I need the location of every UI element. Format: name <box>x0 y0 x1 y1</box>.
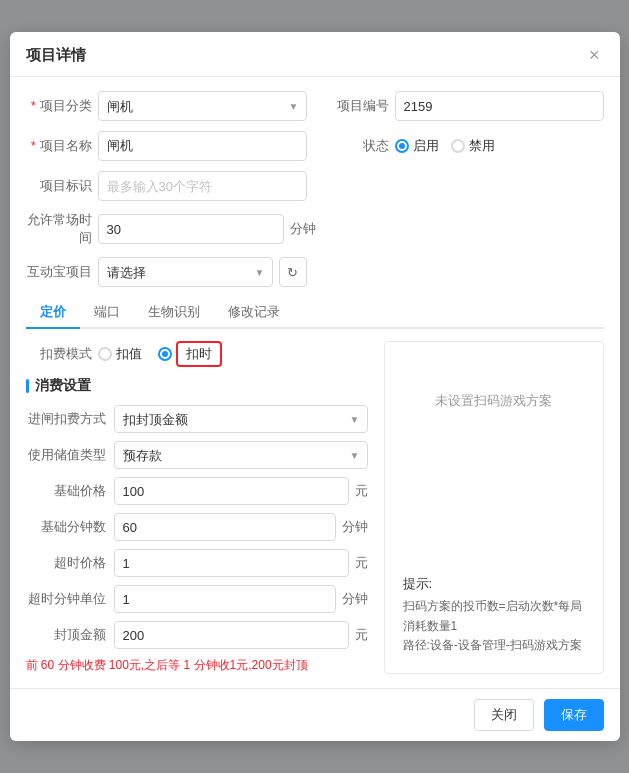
section-bar <box>26 379 29 393</box>
category-group: 项目分类 闸机 ▼ <box>26 91 307 121</box>
modal: 项目详情 × 项目分类 闸机 ▼ 项目编号 <box>10 32 620 741</box>
project-name-group: 项目名称 <box>26 131 307 161</box>
interact-label: 互动宝项目 <box>26 263 98 281</box>
field-label-3: 基础分钟数 <box>26 518 114 536</box>
summary-text: 前 60 分钟收费 100元,之后等 1 分钟收1元,200元封顶 <box>26 657 368 674</box>
tab-biometric[interactable]: 生物识别 <box>134 297 214 327</box>
field-select-0: 扣封顶金额 ▼ <box>114 405 368 433</box>
modal-header: 项目详情 × <box>10 32 620 77</box>
field-label-4: 超时价格 <box>26 554 114 572</box>
project-name-label: 项目名称 <box>26 137 98 155</box>
status-group: 状态 启用 禁用 <box>323 131 604 161</box>
field-row-5: 超时分钟单位 分钟 <box>26 585 368 613</box>
form-row-2: 项目名称 状态 启用 禁用 <box>26 131 604 161</box>
field-suffix-2: 元 <box>355 482 368 500</box>
allow-time-label: 允许常场时间 <box>26 211 98 247</box>
status-label: 状态 <box>323 137 395 155</box>
category-select[interactable]: 闸机 <box>98 91 307 121</box>
status-enable-label: 启用 <box>413 137 439 155</box>
form-row-1: 项目分类 闸机 ▼ 项目编号 <box>26 91 604 121</box>
charge-time-circle <box>158 347 172 361</box>
allow-time-input-wrap: 分钟 <box>98 214 316 244</box>
interact-select-wrapper: 请选择 ▼ <box>98 257 273 287</box>
status-disable-circle <box>451 139 465 153</box>
interact-select[interactable]: 请选择 <box>98 257 273 287</box>
field-suffix-4: 元 <box>355 554 368 572</box>
field-input-wrap-2: 元 <box>114 477 368 505</box>
field-suffix-5: 分钟 <box>342 590 368 608</box>
section-title: 消费设置 <box>26 377 368 395</box>
project-tag-label: 项目标识 <box>26 177 98 195</box>
charge-value-label: 扣值 <box>116 345 142 363</box>
status-radios: 启用 禁用 <box>395 137 495 155</box>
field-label-5: 超时分钟单位 <box>26 590 114 608</box>
refresh-icon: ↻ <box>287 265 298 280</box>
modal-title: 项目详情 <box>26 46 86 65</box>
field-input-4[interactable] <box>114 549 349 577</box>
status-enable-radio[interactable]: 启用 <box>395 137 439 155</box>
close-footer-button[interactable]: 关闭 <box>474 699 534 731</box>
field-input-wrap-3: 分钟 <box>114 513 368 541</box>
field-label-1: 使用储值类型 <box>26 446 114 464</box>
tab-left-panel: 扣费模式 扣值 扣时 <box>26 341 368 674</box>
modal-overlay: 项目详情 × 项目分类 闸机 ▼ 项目编号 <box>0 0 629 773</box>
charge-time-label: 扣时 <box>176 341 222 367</box>
status-disable-label: 禁用 <box>469 137 495 155</box>
tab-history[interactable]: 修改记录 <box>214 297 294 327</box>
field-select-input-0[interactable]: 扣封顶金额 <box>114 405 368 433</box>
field-suffix-3: 分钟 <box>342 518 368 536</box>
field-label-0: 进闸扣费方式 <box>26 410 114 428</box>
tabs-bar: 定价 端口 生物识别 修改记录 <box>26 297 604 329</box>
form-row-4: 允许常场时间 分钟 <box>26 211 604 247</box>
project-num-input[interactable] <box>395 91 604 121</box>
field-row-1: 使用储值类型 预存款 ▼ <box>26 441 368 469</box>
project-name-input[interactable] <box>98 131 307 161</box>
category-label: 项目分类 <box>26 97 98 115</box>
allow-time-group: 允许常场时间 分钟 <box>26 211 316 247</box>
project-num-label: 项目编号 <box>323 97 395 115</box>
tab-right-panel: 未设置扫码游戏方案 提示: 扫码方案的投币数=启动次数*每局消耗数量1路径:设备… <box>384 341 604 674</box>
modal-body: 项目分类 闸机 ▼ 项目编号 项目名称 <box>10 77 620 688</box>
tab-port[interactable]: 端口 <box>80 297 134 327</box>
category-select-wrapper: 闸机 ▼ <box>98 91 307 121</box>
refresh-button[interactable]: ↻ <box>279 257 307 287</box>
status-enable-circle <box>395 139 409 153</box>
charge-radios: 扣值 扣时 <box>98 341 222 367</box>
allow-time-suffix: 分钟 <box>290 220 316 238</box>
charge-mode-row: 扣费模式 扣值 扣时 <box>26 341 368 367</box>
project-tag-input[interactable] <box>98 171 307 201</box>
tip-title: 提示: <box>403 575 585 593</box>
status-disable-radio[interactable]: 禁用 <box>451 137 495 155</box>
charge-time-radio[interactable]: 扣时 <box>158 341 222 367</box>
allow-time-input[interactable] <box>98 214 284 244</box>
charge-value-radio[interactable]: 扣值 <box>98 341 142 367</box>
tip-box: 提示: 扫码方案的投币数=启动次数*每局消耗数量1路径:设备-设备管理-扫码游戏… <box>395 567 593 663</box>
field-suffix-6: 元 <box>355 626 368 644</box>
field-input-5[interactable] <box>114 585 336 613</box>
field-select-1: 预存款 ▼ <box>114 441 368 469</box>
field-input-2[interactable] <box>114 477 349 505</box>
field-row-3: 基础分钟数 分钟 <box>26 513 368 541</box>
field-label-2: 基础价格 <box>26 482 114 500</box>
tab-pricing[interactable]: 定价 <box>26 297 80 327</box>
form-row-3: 项目标识 <box>26 171 604 201</box>
form-row-5: 互动宝项目 请选择 ▼ ↻ <box>26 257 604 287</box>
right-empty-text: 未设置扫码游戏方案 <box>435 392 552 410</box>
tab-content: 扣费模式 扣值 扣时 <box>26 341 604 674</box>
field-row-6: 封顶金额 元 <box>26 621 368 649</box>
field-input-wrap-6: 元 <box>114 621 368 649</box>
field-input-6[interactable] <box>114 621 349 649</box>
charge-mode-label: 扣费模式 <box>26 345 98 363</box>
close-button[interactable]: × <box>585 44 604 66</box>
field-row-2: 基础价格 元 <box>26 477 368 505</box>
interact-group: 互动宝项目 请选择 ▼ ↻ <box>26 257 307 287</box>
tip-content: 扫码方案的投币数=启动次数*每局消耗数量1路径:设备-设备管理-扫码游戏方案 <box>403 597 585 655</box>
modal-footer: 关闭 保存 <box>10 688 620 741</box>
field-label-6: 封顶金额 <box>26 626 114 644</box>
field-input-3[interactable] <box>114 513 336 541</box>
save-button[interactable]: 保存 <box>544 699 604 731</box>
field-row-4: 超时价格 元 <box>26 549 368 577</box>
field-row-0: 进闸扣费方式 扣封顶金额 ▼ <box>26 405 368 433</box>
field-input-wrap-5: 分钟 <box>114 585 368 613</box>
field-select-input-1[interactable]: 预存款 <box>114 441 368 469</box>
